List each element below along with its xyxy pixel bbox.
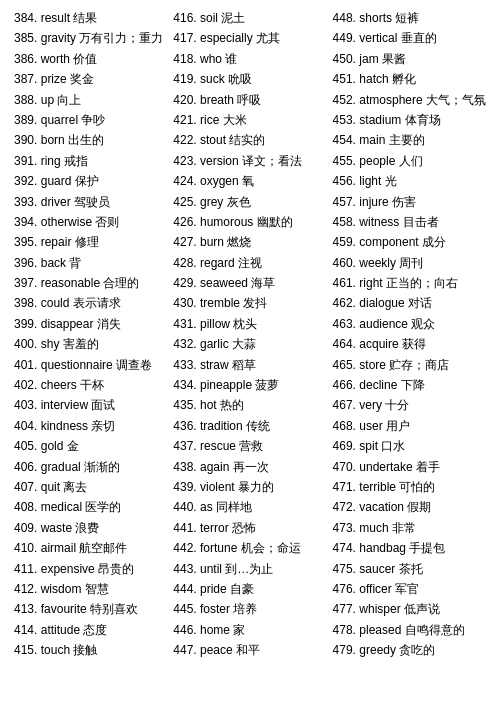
list-item: 427. burn 燃烧: [173, 232, 324, 252]
entry-chinese: 主要的: [389, 133, 425, 147]
entry-english: worth: [41, 52, 74, 66]
entry-number: 410.: [14, 541, 41, 555]
entry-english: store: [359, 358, 389, 372]
entry-number: 437.: [173, 439, 200, 453]
entry-number: 386.: [14, 52, 41, 66]
list-item: 392. guard 保护: [14, 171, 165, 191]
list-item: 391. ring 戒指: [14, 151, 165, 171]
entry-chinese: 口水: [381, 439, 405, 453]
entry-chinese: 消失: [97, 317, 121, 331]
entry-english: suck: [200, 72, 228, 86]
entry-english: regard: [200, 256, 238, 270]
entry-english: version: [200, 154, 242, 168]
entry-english: pride: [200, 582, 230, 596]
entry-english: people: [359, 154, 398, 168]
entry-english: again: [200, 460, 233, 474]
entry-chinese: 智慧: [85, 582, 109, 596]
list-item: 416. soil 泥土: [173, 8, 324, 28]
list-item: 421. rice 大米: [173, 110, 324, 130]
entry-number: 455.: [333, 154, 360, 168]
list-item: 447. peace 和平: [173, 640, 324, 660]
entry-chinese: 恐怖: [232, 521, 256, 535]
entry-number: 464.: [333, 337, 360, 351]
entry-english: back: [41, 256, 70, 270]
list-item: 417. especially 尤其: [173, 28, 324, 48]
list-item: 463. audience 观众: [333, 314, 486, 334]
entry-english: stadium: [359, 113, 404, 127]
entry-chinese: 营救: [239, 439, 263, 453]
entry-chinese: 同样地: [216, 500, 252, 514]
entry-english: main: [359, 133, 388, 147]
entry-chinese: 获得: [402, 337, 426, 351]
entry-chinese: 谁: [225, 52, 237, 66]
entry-number: 427.: [173, 235, 200, 249]
entry-chinese: 面试: [91, 398, 115, 412]
list-item: 443. until 到…为止: [173, 559, 324, 579]
list-item: 426. humorous 幽默的: [173, 212, 324, 232]
entry-english: dialogue: [359, 296, 408, 310]
list-item: 407. quit 离去: [14, 477, 165, 497]
entry-number: 428.: [173, 256, 200, 270]
entry-chinese: 结果: [73, 11, 97, 25]
list-item: 433. straw 稻草: [173, 355, 324, 375]
entry-chinese: 特别喜欢: [90, 602, 138, 616]
entry-english: greedy: [359, 643, 399, 657]
list-item: 396. back 背: [14, 253, 165, 273]
entry-number: 389.: [14, 113, 41, 127]
list-item: 399. disappear 消失: [14, 314, 165, 334]
entry-number: 474.: [333, 541, 360, 555]
entry-number: 412.: [14, 582, 41, 596]
entry-number: 467.: [333, 398, 360, 412]
entry-english: home: [200, 623, 233, 637]
entry-english: driver: [41, 195, 74, 209]
entry-chinese: 大米: [223, 113, 247, 127]
entry-english: prize: [41, 72, 70, 86]
entry-english: gradual: [41, 460, 84, 474]
entry-number: 442.: [173, 541, 200, 555]
entry-chinese: 昂贵的: [98, 562, 134, 576]
entry-chinese: 泥土: [221, 11, 245, 25]
list-item: 418. who 谁: [173, 49, 324, 69]
entry-english: ring: [41, 154, 64, 168]
entry-english: repair: [41, 235, 75, 249]
entry-number: 471.: [333, 480, 360, 494]
list-item: 430. tremble 发抖: [173, 293, 324, 313]
entry-number: 421.: [173, 113, 200, 127]
list-item: 425. grey 灰色: [173, 192, 324, 212]
entry-number: 479.: [333, 643, 360, 657]
entry-number: 395.: [14, 235, 41, 249]
list-item: 387. prize 奖金: [14, 69, 165, 89]
list-item: 477. whisper 低声说: [333, 599, 486, 619]
entry-number: 422.: [173, 133, 200, 147]
list-item: 468. user 用户: [333, 416, 486, 436]
list-item: 435. hot 热的: [173, 395, 324, 415]
entry-number: 415.: [14, 643, 41, 657]
entry-number: 476.: [333, 582, 360, 596]
list-item: 414. attitude 态度: [14, 620, 165, 640]
list-item: 479. greedy 贪吃的: [333, 640, 486, 660]
list-item: 438. again 再一次: [173, 457, 324, 477]
entry-number: 408.: [14, 500, 41, 514]
entry-english: whisper: [359, 602, 404, 616]
entry-chinese: 表示请求: [73, 296, 121, 310]
entry-english: attitude: [41, 623, 84, 637]
entry-chinese: 人们: [399, 154, 423, 168]
entry-chinese: 茶托: [399, 562, 423, 576]
list-item: 461. right 正当的；向右: [333, 273, 486, 293]
entry-number: 454.: [333, 133, 360, 147]
entry-english: airmail: [41, 541, 80, 555]
entry-number: 413.: [14, 602, 41, 616]
entry-english: shy: [41, 337, 63, 351]
entry-number: 384.: [14, 11, 41, 25]
entry-number: 466.: [333, 378, 360, 392]
entry-number: 478.: [333, 623, 360, 637]
list-item: 424. oxygen 氧: [173, 171, 324, 191]
entry-english: born: [41, 133, 68, 147]
entry-english: soil: [200, 11, 221, 25]
list-item: 393. driver 驾驶员: [14, 192, 165, 212]
entry-english: hatch: [359, 72, 392, 86]
entry-chinese: 译文；看法: [242, 154, 302, 168]
list-item: 457. injure 伤害: [333, 192, 486, 212]
entry-number: 418.: [173, 52, 200, 66]
entry-chinese: 低声说: [404, 602, 440, 616]
